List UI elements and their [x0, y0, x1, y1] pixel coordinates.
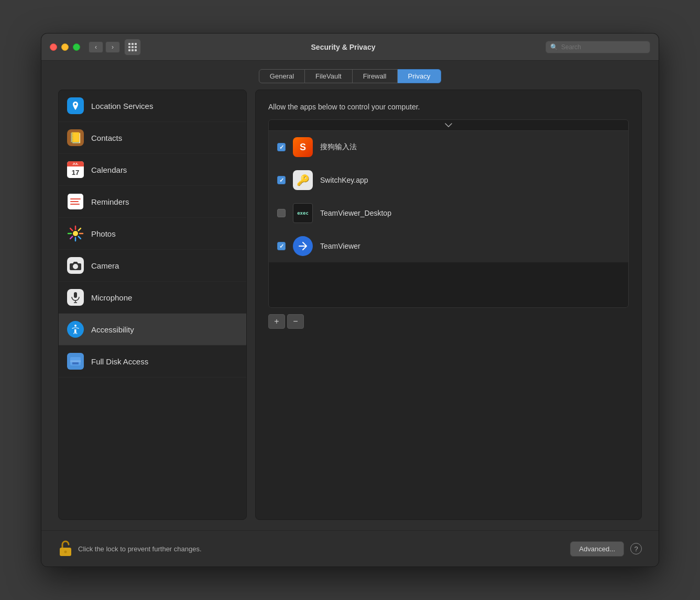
app-row-tvdesktop: exec TeamViewer_Desktop [269, 197, 628, 230]
svg-line-5 [70, 228, 72, 230]
checkbox-tvdesktop[interactable] [277, 209, 286, 217]
list-controls: + − [268, 314, 629, 329]
nav-buttons: ‹ › [89, 41, 120, 53]
sidebar-label-microphone: Microphone [91, 293, 132, 302]
search-input[interactable] [561, 43, 646, 51]
svg-point-0 [73, 231, 78, 236]
lock-area[interactable]: Click the lock to prevent further change… [58, 539, 202, 558]
calendars-icon: JUL 17 [67, 161, 84, 178]
main-content: Location Services 📒 Contacts JUL 17 Cale… [41, 90, 659, 530]
sidebar-item-photos[interactable]: Photos [59, 218, 246, 250]
add-button[interactable]: + [268, 314, 285, 329]
sidebar-label-accessibility: Accessibility [91, 325, 134, 334]
lock-icon [58, 539, 73, 558]
cal-day: 17 [67, 166, 84, 178]
sidebar-item-calendars[interactable]: JUL 17 Calendars [59, 154, 246, 186]
sidebar-label-photos: Photos [91, 229, 116, 238]
app-list: ✓ S 搜狗输入法 ✓ 🔑 SwitchKey.app exec [268, 119, 629, 308]
sidebar: Location Services 📒 Contacts JUL 17 Cale… [58, 90, 247, 520]
sidebar-label-contacts: Contacts [91, 134, 122, 142]
photos-icon [67, 225, 84, 242]
traffic-lights [50, 43, 80, 51]
forward-button[interactable]: › [105, 41, 120, 53]
bottom-bar: Click the lock to prevent further change… [41, 530, 659, 566]
titlebar: ‹ › Security & Privacy 🔍 [41, 34, 659, 61]
sidebar-item-reminders[interactable]: Reminders [59, 186, 246, 218]
tab-privacy[interactable]: Privacy [398, 69, 442, 83]
sidebar-label-calendars: Calendars [91, 165, 127, 174]
app-row-sogou: ✓ S 搜狗输入法 [269, 131, 628, 164]
sidebar-item-accessibility[interactable]: Accessibility [59, 314, 246, 346]
microphone-icon [67, 289, 84, 306]
app-name-switchkey: SwitchKey.app [320, 176, 368, 184]
sidebar-label-camera: Camera [91, 261, 119, 270]
tvdesktop-icon: exec [293, 203, 313, 223]
remove-button[interactable]: − [287, 314, 304, 329]
advanced-button[interactable]: Advanced... [570, 541, 624, 557]
app-row-teamviewer: ✓ TeamViewer [269, 230, 628, 262]
accessibility-icon [67, 321, 84, 338]
minimize-button[interactable] [61, 43, 69, 51]
dropdown-chevron[interactable] [269, 120, 628, 131]
search-icon: 🔍 [550, 43, 558, 51]
app-name-sogou: 搜狗输入法 [320, 142, 357, 152]
tabs: General FileVault Firewall Privacy [259, 69, 441, 83]
close-button[interactable] [50, 43, 57, 51]
teamviewer-icon [293, 236, 313, 256]
maximize-button[interactable] [73, 43, 80, 51]
sidebar-item-microphone[interactable]: Microphone [59, 282, 246, 314]
location-icon [67, 97, 84, 114]
checkbox-switchkey[interactable]: ✓ [277, 176, 286, 184]
app-row-switchkey: ✓ 🔑 SwitchKey.app [269, 164, 628, 197]
grid-icon [128, 43, 137, 51]
app-name-tvdesktop: TeamViewer_Desktop [320, 209, 391, 217]
svg-line-7 [79, 228, 81, 230]
checkbox-sogou[interactable]: ✓ [277, 143, 286, 151]
checkbox-teamviewer[interactable]: ✓ [277, 242, 286, 250]
contacts-icon: 📒 [67, 129, 84, 146]
svg-point-14 [64, 551, 67, 553]
search-bar[interactable]: 🔍 [545, 41, 650, 53]
switchkey-icon: 🔑 [293, 170, 313, 190]
tab-filevault[interactable]: FileVault [305, 69, 353, 83]
sidebar-item-contacts[interactable]: 📒 Contacts [59, 122, 246, 154]
lock-text: Click the lock to prevent further change… [78, 545, 202, 553]
svg-point-12 [74, 325, 76, 327]
sidebar-label-reminders: Reminders [91, 197, 129, 206]
grid-button[interactable] [124, 39, 141, 55]
sidebar-label-fulldisk: Full Disk Access [91, 357, 148, 366]
sidebar-item-fulldisk[interactable]: Full Disk Access [59, 346, 246, 377]
back-button[interactable]: ‹ [89, 41, 103, 53]
sidebar-item-camera[interactable]: Camera [59, 250, 246, 282]
sidebar-label-location: Location Services [91, 102, 153, 110]
right-panel: Allow the apps below to control your com… [255, 90, 642, 520]
tab-general[interactable]: General [259, 69, 305, 83]
help-button[interactable]: ? [630, 543, 642, 554]
sogou-icon: S [293, 137, 313, 157]
svg-rect-9 [74, 292, 77, 298]
svg-line-6 [79, 237, 81, 239]
tab-firewall[interactable]: Firewall [353, 69, 398, 83]
fulldisk-icon [67, 353, 84, 370]
window-title: Security & Privacy [141, 43, 545, 51]
cal-month: JUL [67, 161, 84, 166]
sidebar-item-location[interactable]: Location Services [59, 90, 246, 122]
panel-description: Allow the apps below to control your com… [268, 103, 629, 111]
tabs-area: General FileVault Firewall Privacy [41, 61, 659, 90]
camera-icon [67, 257, 84, 274]
main-window: ‹ › Security & Privacy 🔍 General FileVau… [41, 33, 659, 567]
reminders-icon [67, 193, 84, 210]
app-name-teamviewer: TeamViewer [320, 242, 360, 250]
svg-line-8 [70, 237, 72, 239]
